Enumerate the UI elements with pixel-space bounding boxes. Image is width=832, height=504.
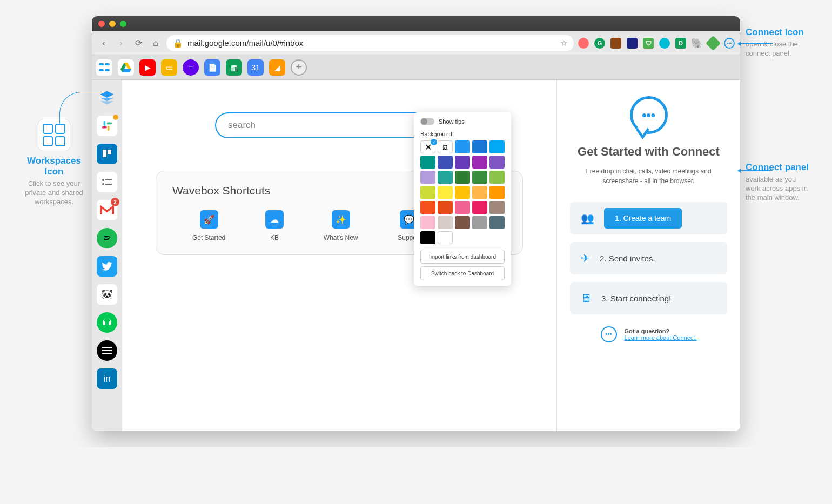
svg-rect-2 <box>102 126 107 129</box>
app-icon-5[interactable]: ≡ <box>183 59 199 76</box>
ext-grammarly-icon[interactable]: G <box>594 38 605 49</box>
color-swatch[interactable] <box>438 231 453 244</box>
color-swatch[interactable] <box>489 186 505 199</box>
color-swatch[interactable] <box>455 201 470 214</box>
invite-icon: ✈ <box>581 252 590 265</box>
chat-bubble-icon: ••• <box>601 326 617 342</box>
learn-more-link[interactable]: Learn more about Connect. <box>625 334 697 341</box>
home-button[interactable]: ⌂ <box>149 37 162 50</box>
forward-button[interactable]: › <box>115 37 128 50</box>
color-swatch[interactable] <box>455 156 470 169</box>
color-swatch[interactable] <box>438 156 453 169</box>
connect-logo-icon: ••• <box>630 96 668 134</box>
gcalendar-icon[interactable]: 31 <box>247 59 264 76</box>
ext-evernote-icon[interactable]: 🐘 <box>692 38 702 49</box>
ext-icon-7[interactable]: D <box>675 38 686 49</box>
connect-extension-icon[interactable]: ••• <box>724 38 735 49</box>
sidebar-panda-icon[interactable]: 🐼 <box>97 284 117 305</box>
gdrive-icon[interactable] <box>118 59 134 76</box>
svg-rect-7 <box>105 179 112 180</box>
color-swatch[interactable] <box>455 171 470 184</box>
svg-rect-1 <box>108 126 110 131</box>
sidebar-twitter-icon[interactable] <box>97 256 117 277</box>
gslides-icon[interactable]: ▭ <box>161 59 177 76</box>
color-swatch[interactable] <box>489 140 505 153</box>
sidebar-linkedin-icon[interactable]: in <box>97 368 117 389</box>
color-swatch[interactable] <box>420 171 435 184</box>
sidebar-layers-icon[interactable] <box>97 88 117 108</box>
color-swatch[interactable] <box>420 156 435 169</box>
close-window-button[interactable] <box>98 21 105 27</box>
sidebar-slack-icon[interactable] <box>97 116 117 136</box>
url-text: mail.google.com/mail/u/0/#inbox <box>187 38 303 48</box>
color-swatch[interactable] <box>489 216 505 229</box>
color-swatch[interactable] <box>420 231 435 244</box>
maximize-window-button[interactable] <box>120 21 126 27</box>
back-button[interactable]: ‹ <box>97 37 110 50</box>
ext-icon-5[interactable]: 🛡 <box>643 38 654 49</box>
gdocs-icon[interactable]: 📄 <box>204 59 220 76</box>
step-send-invites: ✈ 2. Send invites. <box>570 242 727 274</box>
color-swatch[interactable] <box>472 201 487 214</box>
ext-icon-6[interactable] <box>659 38 670 49</box>
youtube-icon[interactable]: ▶ <box>139 59 156 76</box>
svg-point-6 <box>102 179 104 181</box>
svg-rect-12 <box>102 350 112 351</box>
url-field[interactable]: 🔒 mail.google.com/mail/u/0/#inbox ☆ <box>166 35 574 51</box>
workspaces-icon[interactable] <box>96 59 112 76</box>
sidebar-menu-icon[interactable] <box>97 340 117 361</box>
color-swatch[interactable] <box>472 140 487 153</box>
color-swatch-image[interactable]: 🖼 <box>438 140 453 153</box>
main-content: search Wavebox Shortcuts 🚀Get Started ☁K… <box>122 80 556 431</box>
app-icon-9[interactable]: ◢ <box>269 59 285 76</box>
color-swatch[interactable] <box>455 216 470 229</box>
add-app-button[interactable]: + <box>291 59 307 76</box>
sidebar-spotify-icon[interactable] <box>97 228 117 248</box>
step-start-connecting: 🖥 3. Start connecting! <box>570 282 727 314</box>
switch-dashboard-button[interactable]: Switch back to Dashboard <box>420 266 505 280</box>
color-swatch-none[interactable]: ✕✓ <box>420 140 435 153</box>
svg-rect-5 <box>108 150 111 154</box>
annotation-arrow-r1 <box>740 43 773 44</box>
show-tips-toggle[interactable] <box>420 118 434 125</box>
color-swatch[interactable] <box>472 171 487 184</box>
color-swatch[interactable] <box>420 201 435 214</box>
color-swatch[interactable] <box>438 216 453 229</box>
annotation-arrow-left <box>59 92 103 124</box>
import-links-button[interactable]: Import links from dashboard <box>420 250 505 264</box>
color-swatch[interactable] <box>472 186 487 199</box>
create-team-button[interactable]: 1. Create a team <box>604 208 682 229</box>
app-toolbar: ▶ ▭ ≡ 📄 ▦ 31 ◢ + <box>92 55 740 80</box>
color-swatch[interactable] <box>438 171 453 184</box>
shortcut-get-started[interactable]: 🚀Get Started <box>192 210 225 241</box>
lock-icon: 🔒 <box>173 38 183 48</box>
svg-rect-9 <box>105 184 112 185</box>
color-swatch[interactable] <box>472 216 487 229</box>
shortcut-kb[interactable]: ☁KB <box>265 210 284 241</box>
background-popup: Show tips Background ✕✓ 🖼 <box>414 112 511 286</box>
ext-icon-9[interactable] <box>706 35 721 50</box>
ext-icon-3[interactable] <box>610 38 621 49</box>
color-swatch[interactable] <box>438 186 453 199</box>
sidebar-headset-icon[interactable] <box>97 312 117 333</box>
gsheets-icon[interactable]: ▦ <box>226 59 242 76</box>
color-swatch[interactable] <box>489 201 505 214</box>
sidebar-trello-icon[interactable] <box>97 144 117 164</box>
color-swatch[interactable] <box>489 171 505 184</box>
shortcut-whats-new[interactable]: ✨What's New <box>324 210 358 241</box>
color-swatch[interactable] <box>420 186 435 199</box>
reload-button[interactable]: ⟳ <box>132 37 145 50</box>
team-icon: 👥 <box>581 212 594 225</box>
color-swatch[interactable] <box>472 156 487 169</box>
ext-avatar-icon[interactable] <box>578 38 589 49</box>
color-swatch[interactable] <box>420 216 435 229</box>
ext-icon-4[interactable] <box>627 38 638 49</box>
color-swatch[interactable] <box>455 140 470 153</box>
color-swatch[interactable] <box>489 156 505 169</box>
connect-panel-annotation: Connect panel available as you work acro… <box>746 162 810 203</box>
sidebar-gmail-icon[interactable]: 2 <box>97 200 117 220</box>
color-swatch[interactable] <box>455 186 470 199</box>
sidebar-settings-icon[interactable] <box>97 172 117 192</box>
minimize-window-button[interactable] <box>109 21 116 27</box>
color-swatch[interactable] <box>438 201 453 214</box>
